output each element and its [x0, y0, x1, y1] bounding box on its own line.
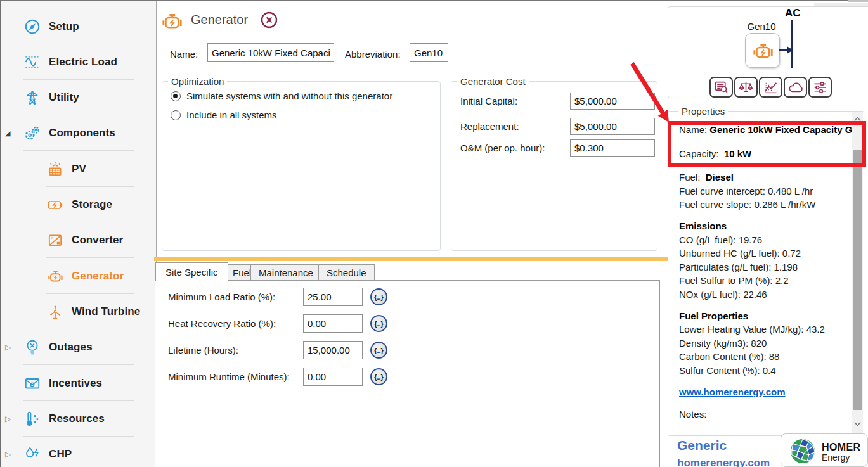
radio-button-selected[interactable] [171, 91, 181, 101]
chart-trend-button[interactable] [759, 77, 782, 98]
homer-energy-globe-icon [789, 438, 816, 464]
minimum-load-ratio-more-button[interactable]: {..} [370, 288, 387, 305]
property-label: Capacity: [679, 148, 719, 159]
sidebar-item-generator[interactable]: Generator [1, 259, 156, 294]
sidebar-item-pv[interactable]: PV [1, 151, 156, 187]
om-per-hour-input[interactable] [570, 139, 655, 157]
generator-cost-legend: Generator Cost [457, 76, 529, 87]
property-fuel-curve-intercept: Fuel curve intercept: 0.480 L /hr [679, 184, 852, 198]
emissions-unburned-hc: Unburned HC (g/L fuel): 0.72 [679, 246, 852, 260]
sidebar-item-label: Electric Load [49, 56, 117, 68]
emissions-co: CO (g/L fuel): 19.76 [679, 233, 852, 247]
connection-arrow-icon [779, 45, 794, 55]
sidebar-item-electric-load[interactable]: Electric Load [1, 44, 156, 80]
sidebar-item-label: Converter [72, 234, 123, 246]
cloud-icon [787, 79, 803, 95]
load-wave-icon [23, 53, 41, 71]
tab-label: Site Specific [165, 267, 218, 278]
fuel-lower-heating-value: Lower Heating Value (MJ/kg): 43.2 [679, 323, 852, 336]
sidebar-item-label: Setup [49, 20, 79, 33]
sidebar-item-label: CHP [49, 448, 72, 461]
sidebar-item-outages[interactable]: ▷ Outages [1, 329, 156, 365]
sidebar-item-storage[interactable]: Storage [1, 187, 156, 222]
expander-collapsed-icon[interactable]: ▷ [5, 343, 11, 352]
sidebar-item-setup[interactable]: Setup [1, 9, 156, 44]
generator-cost-groupbox: Generator Cost Initial Capital: Replacem… [451, 81, 657, 251]
schematic-component-label: Gen10 [741, 21, 782, 32]
property-label: Fuel: [679, 172, 700, 182]
radio-include-all-systems[interactable]: Include in all systems [171, 110, 277, 120]
heat-recovery-ratio-label: Heat Recovery Ratio (%): [168, 318, 276, 329]
scrollbar-thumb[interactable] [853, 150, 862, 410]
sidebar-item-label: Incentives [49, 377, 102, 390]
property-value: Diesel [706, 172, 734, 182]
heat-recovery-ratio-more-button[interactable]: {..} [370, 315, 387, 332]
minimum-runtime-label: Minimum Runtime (Minutes): [168, 371, 290, 382]
abbreviation-input[interactable] [410, 43, 448, 62]
sidebar-item-chp[interactable]: ▷ CHP [1, 437, 156, 467]
scales-button[interactable] [734, 77, 758, 98]
tab-accent-bar [154, 257, 669, 261]
optimization-legend: Optimization [168, 76, 227, 87]
tab-label: Maintenance [259, 267, 313, 278]
name-input[interactable] [207, 43, 334, 62]
page-title: Generator [191, 13, 248, 27]
sidebar-item-components[interactable]: ◢ Components [1, 115, 156, 151]
fuel-sulfur-content: Sulfur Content (%): 0.4 [679, 364, 852, 378]
property-value: Generic 10kW Fixed Capacity Ge [709, 124, 852, 135]
radio-simulate-with-without[interactable]: Simulate systems with and without this g… [171, 91, 392, 101]
name-label: Name: [170, 49, 198, 60]
heat-recovery-ratio-input[interactable] [303, 314, 363, 333]
optimization-groupbox: Optimization Simulate systems with and w… [162, 81, 441, 251]
fuel-carbon-content: Carbon Content (%): 88 [679, 350, 852, 364]
thermometer-icon [23, 410, 41, 428]
abbreviation-label: Abbreviation: [345, 49, 401, 60]
sidebar-item-resources[interactable]: ▷ Resources [1, 401, 156, 437]
ac-bus-label: AC [785, 7, 801, 20]
lifetime-hours-label: Lifetime (Hours): [168, 345, 238, 355]
property-value: 10 kW [724, 148, 751, 159]
lifetime-hours-input[interactable] [303, 341, 363, 359]
tab-schedule[interactable]: Schedule [318, 264, 375, 281]
sidebar-item-label: Generator [72, 270, 124, 283]
fuel-properties-header: Fuel Properties [679, 309, 852, 323]
minimum-runtime-more-button[interactable]: {..} [370, 368, 387, 385]
homer-logo-word: HOMER [822, 442, 861, 453]
report-search-icon [713, 79, 729, 95]
initial-capital-input[interactable] [570, 93, 655, 110]
sliders-button[interactable] [808, 77, 832, 98]
minimum-runtime-input[interactable] [303, 368, 363, 386]
radio-button-unselected[interactable] [171, 110, 181, 120]
sidebar-item-label: Wind Turbine [72, 305, 140, 318]
sidebar-item-label: Components [49, 127, 115, 139]
sidebar-item-label: Storage [72, 198, 112, 211]
scroll-up-icon[interactable] [852, 113, 863, 125]
schematic-generator-node[interactable] [745, 33, 780, 68]
gears-icon [23, 124, 41, 142]
sidebar-item-incentives[interactable]: Incentives [1, 366, 156, 401]
envelope-icon [23, 374, 41, 392]
tab-maintenance[interactable]: Maintenance [250, 264, 321, 281]
expander-collapsed-icon[interactable]: ▷ [5, 414, 11, 423]
chart-trend-icon [763, 79, 779, 95]
replacement-input[interactable] [570, 118, 655, 135]
scroll-down-icon[interactable] [852, 418, 863, 430]
sidebar-item-wind-turbine[interactable]: Wind Turbine [1, 294, 156, 329]
minimum-load-ratio-input[interactable] [303, 288, 363, 306]
homerenergy-link[interactable]: www.homerenergy.com [679, 387, 786, 397]
cloud-button[interactable] [784, 77, 807, 98]
sidebar-item-utility[interactable]: Utility [1, 80, 156, 115]
report-search-button[interactable] [709, 77, 733, 98]
generator-icon [158, 9, 186, 33]
lifetime-hours-more-button[interactable]: {..} [370, 342, 387, 359]
sidebar-item-converter[interactable]: Converter [1, 222, 156, 258]
expander-collapsed-icon[interactable]: ▷ [5, 450, 11, 459]
ac-bus-line [791, 20, 793, 68]
vendor-name[interactable]: Generic [677, 438, 727, 453]
expander-expanded-icon[interactable]: ◢ [5, 129, 10, 138]
tab-site-specific[interactable]: Site Specific [155, 262, 228, 281]
vendor-url-link[interactable]: homerenergy.com [677, 457, 770, 467]
emissions-header: Emissions [679, 219, 852, 233]
remove-circle-icon[interactable] [260, 11, 278, 29]
notes-label: Notes: [679, 407, 852, 421]
